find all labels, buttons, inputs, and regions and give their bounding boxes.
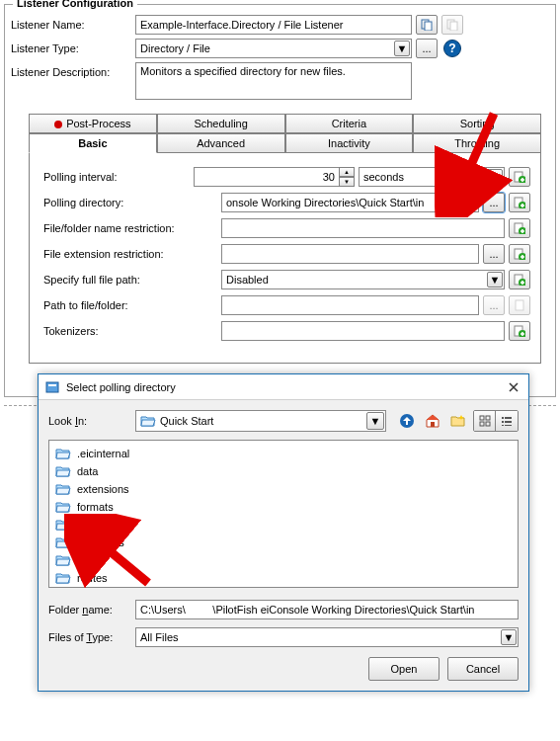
folder-icon [55, 501, 71, 514]
foldername-input[interactable] [135, 600, 519, 619]
close-button[interactable] [505, 378, 522, 396]
app-icon [44, 379, 60, 395]
add-button[interactable] [509, 321, 530, 341]
add-button[interactable] [509, 244, 530, 264]
svg-rect-3 [450, 22, 457, 31]
listener-desc-textarea[interactable]: Monitors a specified directory for new f… [135, 62, 412, 100]
filetype-select[interactable] [135, 627, 519, 647]
polling-interval-unit-select[interactable] [359, 167, 505, 187]
tab-basic[interactable]: Basic [29, 133, 157, 153]
browse-button[interactable]: ... [483, 244, 505, 264]
lookin-select[interactable]: Quick Start ▼ [135, 410, 386, 432]
spinner-up-icon[interactable]: ▲ [339, 167, 355, 177]
svg-rect-1 [425, 22, 432, 31]
folder-entry-extensions[interactable]: extensions [55, 480, 512, 498]
grid-icon [479, 415, 491, 427]
folder-entry-lib[interactable]: lib [55, 551, 512, 569]
path-input[interactable] [221, 295, 479, 315]
home-icon [425, 413, 440, 429]
list-view-button[interactable] [496, 411, 518, 431]
help-icon[interactable]: ? [443, 40, 461, 57]
bullet-icon [54, 121, 62, 128]
folder-icon [55, 572, 71, 585]
svg-rect-20 [431, 422, 435, 427]
folder-entry-.eicinternal[interactable]: .eicinternal [55, 445, 512, 462]
new-folder-button[interactable] [447, 410, 469, 432]
tab-sorting[interactable]: Sorting [413, 114, 541, 133]
basic-panel: Polling interval: ▲ ▼ ▼ [29, 153, 541, 364]
svg-rect-17 [46, 382, 58, 392]
close-icon [508, 381, 520, 393]
folder-icon [55, 536, 71, 549]
filetype-label: Files of Type: [48, 631, 135, 643]
icon-view-button[interactable] [474, 411, 496, 431]
copy-icon [446, 19, 458, 31]
tab-criteria[interactable]: Criteria [285, 114, 414, 133]
up-button[interactable] [396, 410, 418, 432]
add-button[interactable] [509, 270, 530, 289]
tab-throttling[interactable]: Throttling [413, 133, 541, 153]
folder-entry-label: extensions [75, 483, 131, 495]
select-polling-dir-dialog: Select polling directory Look In: Quick … [38, 373, 529, 692]
open-button[interactable]: Open [368, 657, 440, 681]
add-button[interactable] [509, 193, 530, 212]
folder-entry-in[interactable]: in [55, 516, 512, 534]
tab-inactivity[interactable]: Inactivity [285, 133, 414, 153]
fullpath-select[interactable] [221, 270, 505, 289]
polling-interval-input[interactable] [194, 167, 340, 187]
folder-entry-routes[interactable]: routes [55, 569, 512, 587]
add-button-disabled [509, 295, 530, 315]
file-restrict-input[interactable] [221, 218, 505, 238]
browse-button[interactable]: ... [416, 39, 438, 58]
ext-restrict-label: File extension restriction: [43, 248, 221, 260]
folder-icon [55, 448, 71, 460]
foldername-label: Folder name: [48, 604, 135, 616]
cancel-button[interactable]: Cancel [447, 657, 519, 681]
folder-entry-interfaces[interactable]: interfaces [55, 534, 512, 551]
polling-dir-input[interactable] [221, 193, 479, 212]
page-icon [514, 299, 525, 311]
svg-rect-22 [486, 416, 490, 420]
tab-advanced[interactable]: Advanced [157, 133, 285, 153]
browse-button-disabled: ... [483, 295, 505, 315]
fieldset-legend: Listener Configuration [13, 0, 137, 9]
file-list[interactable]: .eicinternaldataextensionsformatsininter… [48, 440, 519, 588]
folder-entry-formats[interactable]: formats [55, 498, 512, 516]
listener-type-label: Listener Type: [11, 42, 135, 54]
add-button[interactable] [509, 218, 530, 238]
folder-entry-label: interfaces [75, 536, 126, 548]
tabs-row-1: Post-Process Scheduling Criteria Sorting [29, 114, 541, 133]
svg-rect-27 [502, 421, 504, 423]
svg-rect-29 [502, 425, 504, 426]
svg-rect-21 [480, 416, 484, 420]
home-button[interactable] [422, 410, 443, 432]
tabs-row-2: Basic Advanced Inactivity Throttling [29, 133, 541, 153]
folder-open-icon [140, 414, 156, 428]
plus-icon [514, 197, 525, 208]
spinner-down-icon[interactable]: ▼ [339, 177, 355, 187]
ext-restrict-input[interactable] [221, 244, 479, 264]
browse-polling-dir-button[interactable]: ... [483, 193, 505, 212]
svg-rect-26 [505, 417, 512, 419]
copy-button[interactable] [416, 15, 438, 35]
listener-type-select[interactable] [135, 39, 412, 58]
tokenizers-input[interactable] [221, 321, 505, 341]
plus-icon [514, 222, 525, 234]
folder-entry-label: routes [75, 572, 110, 584]
folder-icon [55, 483, 71, 496]
polling-interval-spinner[interactable]: ▲ ▼ [339, 167, 355, 187]
listener-name-input[interactable] [135, 15, 412, 35]
svg-rect-14 [516, 300, 523, 310]
tab-scheduling[interactable]: Scheduling [157, 114, 285, 133]
folder-icon [55, 519, 71, 532]
svg-rect-25 [502, 417, 504, 419]
folder-entry-label: formats [75, 501, 116, 513]
folder-entry-label: .eicinternal [75, 448, 131, 459]
add-button[interactable] [509, 167, 530, 187]
folder-entry-data[interactable]: data [55, 462, 512, 480]
folder-icon [55, 554, 71, 567]
folder-icon [55, 465, 71, 478]
lookin-value: Quick Start [160, 415, 213, 427]
tab-post-process[interactable]: Post-Process [29, 114, 157, 133]
listener-name-label: Listener Name: [11, 19, 135, 31]
